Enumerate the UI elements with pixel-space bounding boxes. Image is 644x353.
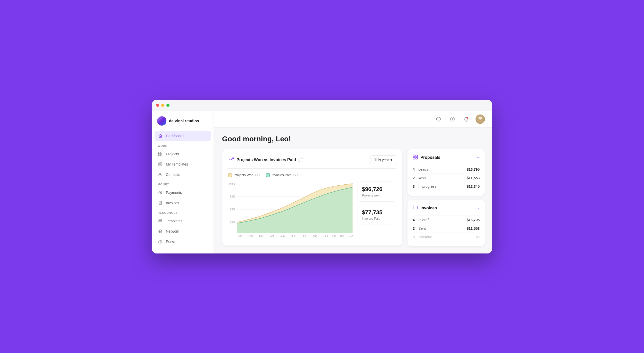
proposals-won-left: 2 Won [413, 176, 426, 180]
sidebar-item-my-templates[interactable]: My Templates [155, 159, 211, 169]
proposals-row-inprogress: 3 In progress $12,345 [413, 182, 480, 191]
chart-body: $100k $80k $60k $40k [228, 182, 396, 239]
svg-text:Dec: Dec [349, 234, 353, 237]
invoices-draft-left: 4 In draft [413, 218, 430, 222]
sidebar-item-my-templates-label: My Templates [166, 162, 188, 166]
brand-logo [157, 116, 166, 126]
legend-info-icon-2[interactable]: i [293, 173, 298, 177]
stat-invoices-paid-label: Invoices Paid [362, 217, 392, 220]
invoices-row-draft: 4 In draft $16,795 [413, 216, 480, 224]
chart-title: Projects Won vs Invoices Paid [236, 158, 296, 162]
maximize-dot[interactable] [166, 104, 170, 107]
chart-info-icon[interactable]: i [299, 158, 303, 162]
legend-invoices-paid: Invocies Paid i [266, 173, 298, 177]
invoices-sent-count: 2 [413, 226, 416, 231]
invoices-overdue-count: 0 [413, 235, 416, 239]
sidebar-item-network[interactable]: Network [155, 226, 211, 236]
sidebar-item-perks[interactable]: Perks [155, 236, 211, 247]
proposals-won-amount: $11,553 [467, 176, 480, 180]
stat-projects-won-amount: $96,726 [362, 186, 392, 193]
proposals-inprogress-count: 3 [413, 184, 416, 188]
browser-chrome [152, 100, 492, 111]
chart-header: Projects Won vs Invoices Paid i This yea… [228, 155, 396, 164]
chart-divider [228, 168, 396, 169]
year-filter-dropdown[interactable]: This year ▾ [370, 155, 396, 164]
chart-card: Projects Won vs Invoices Paid i This yea… [222, 149, 402, 245]
proposals-won-count: 2 [413, 176, 416, 180]
brand-name: da Vinci Studios [169, 119, 199, 123]
invoices-overdue-amount: $0 [476, 235, 480, 239]
proposals-header: Proposals → [413, 154, 480, 161]
chart-svg-area: $100k $80k $60k $40k [228, 182, 353, 239]
invoices-panel-icon [413, 205, 418, 211]
proposals-leads-left: 4 Leads [413, 167, 428, 171]
contacts-icon [158, 172, 163, 177]
payments-icon [158, 190, 163, 195]
legend-info-icon-1[interactable]: i [255, 173, 260, 177]
network-icon [158, 229, 163, 234]
resources-section-label: RESOURCES [155, 208, 211, 216]
svg-rect-42 [416, 155, 418, 157]
right-panel: Proposals → 4 Leads $16,795 [408, 149, 485, 246]
proposals-inprogress-amount: $12,345 [467, 184, 480, 188]
sidebar-item-contacts[interactable]: Contacts [155, 169, 211, 180]
trend-up-icon [228, 156, 234, 163]
invoices-draft-count: 4 [413, 218, 416, 222]
add-button[interactable] [448, 114, 457, 124]
brand: da Vinci Studios [152, 116, 214, 131]
projects-won-swatch [228, 173, 232, 177]
proposals-row-leads: 4 Leads $16,795 [413, 165, 480, 174]
browser-window: da Vinci Studios Dashboard WORK [152, 100, 492, 253]
user-avatar[interactable] [476, 114, 485, 124]
invoices-sent-status: Sent [418, 226, 426, 231]
sidebar-item-templates[interactable]: Templates [155, 216, 211, 226]
proposals-inprogress-left: 3 In progress [413, 184, 436, 188]
chart-stats: $96,726 Projects won $77,735 Invoices Pa… [358, 182, 396, 239]
minimize-dot[interactable] [161, 104, 164, 107]
notifications-button[interactable] [462, 114, 471, 124]
help-button[interactable] [434, 114, 443, 124]
invoices-draft-status: In draft [418, 218, 430, 222]
sidebar-item-projects-label: Projects [166, 152, 179, 156]
svg-text:Nov: Nov [340, 234, 345, 237]
svg-rect-45 [413, 206, 417, 209]
proposals-row-won: 2 Won $11,553 [413, 174, 480, 182]
chevron-down-icon: ▾ [391, 158, 392, 162]
invoices-panel-title: Invoices [420, 206, 437, 210]
svg-rect-41 [413, 155, 415, 157]
sidebar-item-projects[interactable]: Projects [155, 149, 211, 159]
svg-text:Jan: Jan [238, 234, 242, 237]
svg-rect-3 [160, 154, 162, 156]
proposals-leads-count: 4 [413, 167, 416, 171]
svg-text:$100k: $100k [229, 183, 236, 186]
proposals-leads-status: Leads [418, 167, 428, 171]
svg-text:Apr: Apr [270, 234, 274, 237]
sidebar-item-dashboard[interactable]: Dashboard [155, 131, 211, 141]
invoices-sent-left: 2 Sent [413, 226, 426, 231]
sidebar-item-payments[interactable]: Payments [155, 187, 211, 198]
invoices-arrow[interactable]: → [475, 206, 480, 211]
perks-icon [158, 239, 163, 244]
content-area: Good morning, Leo! [214, 128, 492, 253]
templates-icon [158, 218, 163, 224]
svg-rect-2 [158, 154, 160, 156]
proposals-title: Proposals [420, 155, 440, 160]
projects-icon [158, 151, 163, 157]
close-dot[interactable] [156, 104, 159, 107]
svg-rect-44 [416, 157, 418, 159]
proposals-leads-amount: $16,795 [467, 167, 480, 171]
svg-text:Sep: Sep [324, 234, 328, 237]
sidebar-item-payments-label: Payments [166, 191, 182, 195]
svg-rect-1 [160, 152, 162, 154]
sidebar-item-invoices[interactable]: Invoices [155, 198, 211, 208]
svg-point-20 [478, 117, 482, 119]
svg-text:Jun: Jun [292, 234, 296, 237]
work-section-label: WORK [155, 141, 211, 149]
svg-text:Mar: Mar [259, 234, 264, 237]
sidebar-item-contacts-label: Contacts [166, 173, 180, 177]
dashboard-icon [158, 133, 163, 138]
proposals-card: Proposals → 4 Leads $16,795 [408, 149, 485, 196]
proposals-arrow[interactable]: → [475, 155, 480, 160]
svg-text:May: May [281, 234, 285, 237]
legend-projects-won: Projects Won i [228, 173, 260, 177]
